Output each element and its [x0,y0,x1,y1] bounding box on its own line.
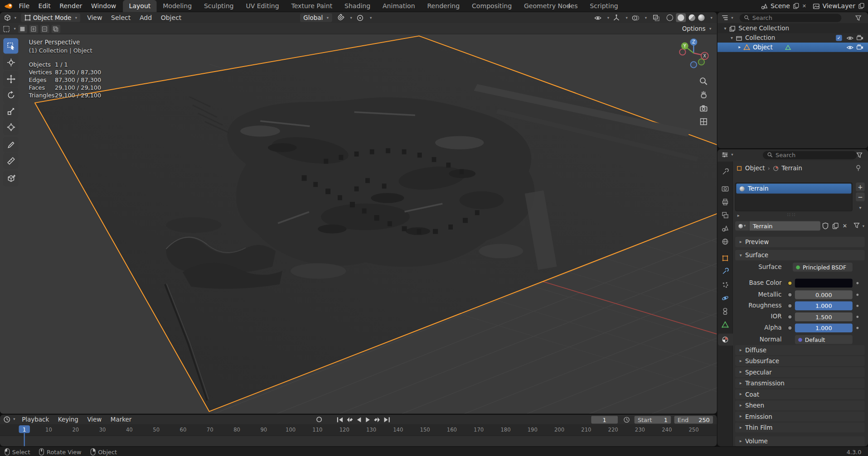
zoom-view-icon[interactable] [698,77,708,86]
tool-measure[interactable] [3,153,18,168]
start-frame-field[interactable]: Start1 [635,416,671,423]
material-subpanel[interactable]: ▸ Subsurface [735,356,865,366]
material-subpanel[interactable]: ▸ Transmission [735,378,865,388]
properties-tab-render[interactable] [719,183,731,194]
tool-scale[interactable] [3,103,18,119]
workspace-tab[interactable]: Modeling [157,0,198,12]
alpha-slider[interactable]: 1.000 [795,323,853,332]
outliner-editor-type-icon[interactable]: ▾ [721,14,733,21]
timeline-menu-item[interactable]: Keying [53,416,83,423]
timeline-menu-item[interactable]: Playback [17,416,53,423]
surface-panel-header[interactable]: ▾ Surface [735,250,865,260]
outliner-search-input[interactable]: Search [740,14,842,22]
copy-material-icon[interactable] [832,222,839,230]
panel-grip[interactable]: ∷ ∷ [787,212,795,217]
workspace-tab[interactable]: Compositing [466,0,518,12]
chevron-down-icon[interactable]: ▾ [863,225,864,229]
workspace-tab[interactable]: UV Editing [240,0,285,12]
menubar-item[interactable]: Edit [34,2,55,10]
orientation-dropdown[interactable]: Global ▾ [300,13,332,22]
disclosure-icon[interactable]: ▾ [724,26,726,31]
play-reverse-button[interactable] [354,415,364,423]
navigation-gizmo[interactable]: Z Y X [678,38,709,68]
slot-specials-button[interactable]: ▾ [856,203,865,211]
select-mode-extend-icon[interactable] [29,24,38,33]
jump-to-start-button[interactable] [335,415,344,423]
animate-dot[interactable] [856,282,858,284]
mode-dropdown[interactable]: Object Mode ▾ [21,13,81,22]
metallic-field[interactable]: 0.000 [795,290,853,299]
value-socket-icon[interactable] [788,326,792,330]
properties-tab-particles[interactable] [719,279,731,290]
filter-icon[interactable] [855,14,861,20]
current-frame-field[interactable]: 1 [591,416,618,423]
workspace-tab[interactable]: Sculpting [198,0,240,12]
material-filter-icon[interactable] [853,222,859,228]
hide-eye-icon[interactable] [846,44,853,50]
workspace-tab[interactable]: Texture Paint [285,0,339,12]
properties-tab-material[interactable] [719,334,731,345]
ior-field[interactable]: 1.500 [795,312,853,322]
viewport-menu-item[interactable]: Add [135,14,156,22]
proportional-editing-icon[interactable] [357,14,364,21]
blender-logo-icon[interactable] [4,2,14,11]
remove-slot-button[interactable]: − [856,192,865,202]
end-frame-field[interactable]: End250 [674,416,713,423]
camera-view-icon[interactable] [698,103,708,113]
properties-tab-constraints[interactable] [719,306,731,317]
value-socket-icon[interactable] [788,293,792,297]
menubar-item[interactable]: Window [87,2,121,10]
auto-keying-icon[interactable] [315,416,323,423]
base-color-swatch[interactable] [795,279,853,288]
workspace-tab[interactable]: Shading [339,0,377,12]
chevron-down-icon[interactable]: ▾ [350,16,352,20]
chevron-down-icon[interactable]: ▾ [370,16,372,20]
gizmos-toggle-icon[interactable] [613,14,621,21]
timeline-editor-type-icon[interactable]: ▾ [3,416,15,423]
material-subpanel[interactable]: ▸ Volume [735,437,865,446]
properties-tab-world[interactable] [719,236,731,247]
disable-render-camera-icon[interactable] [856,35,863,41]
new-scene-icon[interactable] [793,3,800,10]
viewport-canvas[interactable] [0,34,717,414]
workspace-tab[interactable]: Rendering [421,0,466,12]
viewport-menu-item[interactable]: View [82,14,107,22]
fake-user-shield-icon[interactable] [822,222,829,230]
options-dropdown[interactable]: Options ▾ [682,23,712,34]
xray-toggle-icon[interactable] [653,14,660,21]
overlays-toggle-icon[interactable] [631,14,639,21]
unlink-scene-icon[interactable]: ✕ [802,3,806,9]
properties-tab-tool[interactable] [719,167,731,178]
roughness-slider[interactable]: 1.000 [795,302,853,311]
add-workspace-button[interactable]: + [560,0,578,12]
snap-magnet-icon[interactable] [336,14,344,22]
chevron-down-icon[interactable]: ▾ [607,16,609,20]
preview-panel-header[interactable]: ▸ Preview [735,237,865,247]
menubar-item[interactable]: Render [55,2,87,10]
outliner-row-scene-collection[interactable]: ▾ Scene Collection [718,24,868,34]
material-subpanel[interactable]: ▸ Emission [735,412,865,422]
properties-tab-view-layer[interactable] [719,210,731,221]
tool-cursor[interactable] [3,55,18,70]
select-mode-intersect-icon[interactable] [51,24,60,33]
material-subpanel[interactable]: ▸ Sheen [735,400,865,410]
outliner-row-collection[interactable]: ▾ Collection ✓ [718,33,868,43]
properties-search-input[interactable]: Search [763,151,857,159]
new-viewlayer-icon[interactable] [858,3,865,10]
object-types-visibility-icon[interactable] [594,14,601,21]
prev-keyframe-button[interactable] [345,415,354,423]
viewport-menu-item[interactable]: Select [107,14,135,22]
animate-dot[interactable] [856,294,858,296]
disclosure-icon[interactable]: ▸ [738,45,741,50]
material-slot-row[interactable]: Terrain [736,183,851,193]
breadcrumb-object[interactable]: Object [745,165,765,172]
value-socket-icon[interactable] [788,303,792,308]
timeline-menu-item[interactable]: Marker [106,416,136,423]
material-browse-button[interactable]: ▾ [735,221,749,231]
shading-material-icon[interactable] [689,14,696,21]
animate-dot[interactable] [856,316,858,318]
hide-eye-icon[interactable] [846,35,853,41]
shading-rendered-icon[interactable] [698,14,705,21]
tool-annotate[interactable] [3,137,18,153]
properties-tab-output[interactable] [719,197,731,207]
